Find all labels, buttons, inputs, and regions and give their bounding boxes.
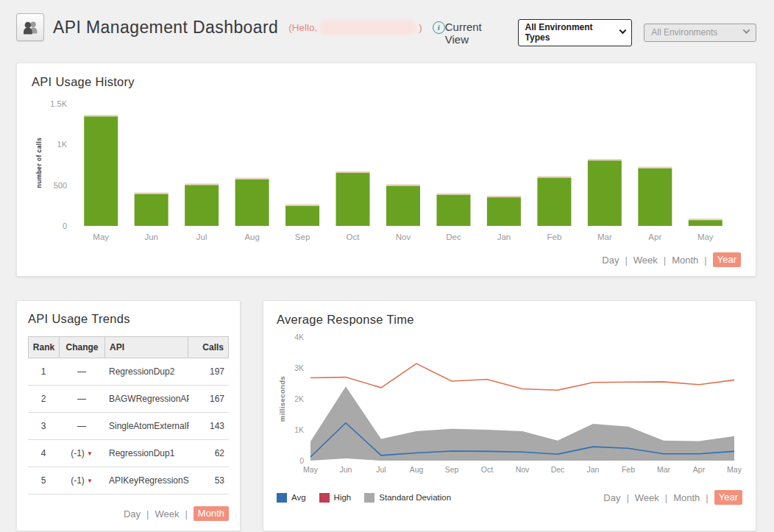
calls-cell: 197 <box>189 366 229 377</box>
svg-text:May: May <box>697 233 714 241</box>
legend-label: Standard Deviation <box>379 493 451 502</box>
col-api: API <box>105 337 188 358</box>
period-option-week[interactable]: Week <box>155 508 179 519</box>
legend-label: High <box>334 493 352 502</box>
usage-trends-title: API Usage Trends <box>28 312 229 326</box>
greeting: (Hello, ) <box>288 21 422 34</box>
period-option-week[interactable]: Week <box>635 492 659 503</box>
environments-select[interactable]: All Environments <box>644 24 756 42</box>
greeting-suffix: ) <box>419 22 422 33</box>
environment-types-value: All Environment Types <box>525 22 614 43</box>
svg-text:3K: 3K <box>294 363 304 372</box>
svg-text:Jun: Jun <box>144 233 158 241</box>
usage-history-title: API Usage History <box>32 75 741 89</box>
down-arrow-icon: ▼ <box>87 450 93 457</box>
usage-history-period-selector: Day|Week|Month|Year <box>32 252 741 267</box>
table-row: 2 —▼ BAGWRegressionAPI 167 <box>28 386 229 413</box>
change-cell: —▼ <box>59 421 104 431</box>
svg-text:500: 500 <box>54 181 67 190</box>
period-option-day[interactable]: Day <box>602 255 619 266</box>
svg-text:1.5K: 1.5K <box>50 99 67 108</box>
svg-text:May: May <box>93 233 109 241</box>
col-calls: Calls <box>188 337 228 358</box>
header-controls: Current View All Environment Types All E… <box>445 12 756 46</box>
header-title-group: API Management Dashboard (Hello, ) <box>16 12 445 41</box>
response-time-period-selector: Day|Week|Month|Year <box>603 490 742 505</box>
table-header-row: Rank Change API Calls <box>28 336 229 358</box>
svg-text:Jul: Jul <box>196 233 207 241</box>
svg-text:Sep: Sep <box>445 465 459 474</box>
legend-item-high: High <box>319 493 352 503</box>
period-separator: | <box>665 492 667 503</box>
period-separator: | <box>626 492 628 503</box>
svg-text:Dec: Dec <box>446 233 461 241</box>
svg-text:0: 0 <box>63 221 67 230</box>
period-option-year[interactable]: Year <box>714 490 742 505</box>
svg-text:milliseconds: milliseconds <box>278 376 286 422</box>
table-row: 4 (-1)▼ RegressionDup1 62 <box>28 440 229 467</box>
legend-label: Avg <box>291 493 306 502</box>
table-row: 5 (-1)▼ APIKeyRegressionSe 53 <box>28 467 229 494</box>
rank-cell: 1 <box>28 366 59 377</box>
legend-item-standard-deviation: Standard Deviation <box>364 493 451 503</box>
change-cell: —▼ <box>59 366 104 377</box>
svg-text:Feb: Feb <box>622 465 635 474</box>
calls-cell: 167 <box>189 394 229 404</box>
environment-types-select[interactable]: All Environment Types <box>518 19 633 46</box>
svg-text:Oct: Oct <box>347 233 361 241</box>
period-option-month[interactable]: Month <box>672 255 698 266</box>
svg-text:May: May <box>727 465 742 474</box>
rank-cell: 2 <box>28 394 59 404</box>
svg-text:Oct: Oct <box>481 465 493 474</box>
current-view-label: Current View <box>445 21 505 46</box>
api-cell: BAGWRegressionAPI <box>104 394 189 404</box>
chart-legend: AvgHighStandard Deviation <box>277 493 451 503</box>
period-option-year[interactable]: Year <box>713 252 741 267</box>
period-option-week[interactable]: Week <box>633 255 658 266</box>
svg-text:Aug: Aug <box>410 465 424 474</box>
svg-text:2K: 2K <box>294 394 304 403</box>
svg-text:Feb: Feb <box>547 233 561 241</box>
svg-text:Mar: Mar <box>657 465 671 474</box>
period-option-day[interactable]: Day <box>124 508 141 519</box>
api-usage-history-panel: API Usage History 05001K1.5Knumber of ca… <box>16 63 756 277</box>
usage-trends-table: Rank Change API Calls 1 —▼ RegressionDup… <box>28 336 229 494</box>
page-title: API Management Dashboard <box>53 18 278 38</box>
period-option-day[interactable]: Day <box>603 492 620 503</box>
api-usage-trends-panel: API Usage Trends Rank Change API Calls 1… <box>16 300 241 531</box>
legend-swatch-icon <box>364 493 374 503</box>
svg-text:Jan: Jan <box>587 465 600 474</box>
svg-text:Apr: Apr <box>648 233 661 241</box>
period-separator: | <box>146 508 149 519</box>
period-option-month[interactable]: Month <box>194 506 229 521</box>
period-separator: | <box>625 255 627 266</box>
svg-text:Mar: Mar <box>597 233 612 241</box>
users-icon <box>16 13 44 41</box>
header: API Management Dashboard (Hello, ) Curre… <box>16 12 756 46</box>
usage-trends-period-selector: Day|Week|Month <box>28 506 229 521</box>
dashboard-page: API Management Dashboard (Hello, ) Curre… <box>0 0 774 532</box>
legend-item-avg: Avg <box>277 493 306 503</box>
calls-cell: 53 <box>189 475 229 486</box>
svg-text:Nov: Nov <box>516 465 530 474</box>
greeting-prefix: (Hello, <box>288 22 317 33</box>
calls-cell: 62 <box>189 448 229 458</box>
info-icon[interactable] <box>433 21 445 34</box>
legend-swatch-icon <box>277 493 287 503</box>
svg-text:Aug: Aug <box>244 233 259 241</box>
period-separator: | <box>704 255 706 266</box>
svg-text:Jun: Jun <box>340 465 352 474</box>
svg-text:Nov: Nov <box>396 233 411 241</box>
rank-cell: 4 <box>28 448 59 458</box>
average-response-time-panel: Average Response Time 01K2K3K4Kmilliseco… <box>263 300 756 531</box>
rank-cell: 5 <box>28 475 59 486</box>
period-option-month[interactable]: Month <box>673 492 700 503</box>
chevron-down-icon <box>619 26 626 34</box>
api-cell: SingleAtomExternalF <box>104 421 189 431</box>
users-icon-glyph <box>21 18 40 38</box>
svg-text:0: 0 <box>299 456 304 465</box>
chevron-down-icon <box>743 26 750 34</box>
svg-text:Sep: Sep <box>295 233 310 241</box>
average-response-time-chart: 01K2K3K4KmillisecondsMayJunJulAugSepOctN… <box>277 327 742 487</box>
down-arrow-icon: ▼ <box>87 478 93 484</box>
